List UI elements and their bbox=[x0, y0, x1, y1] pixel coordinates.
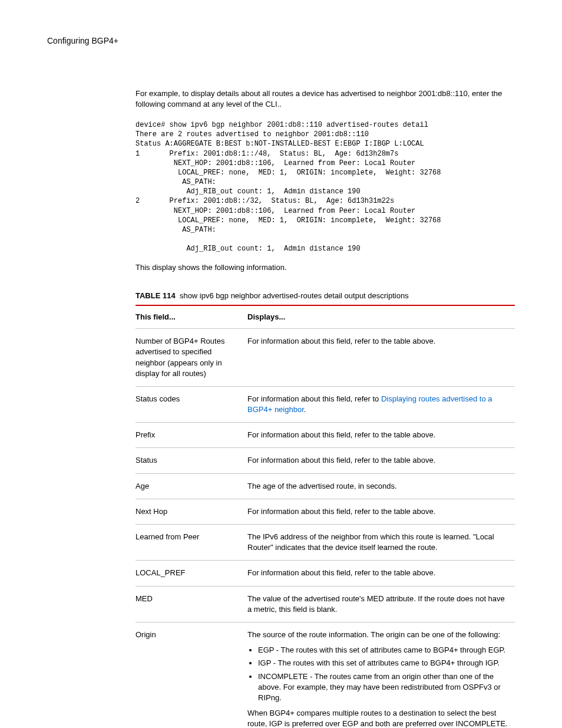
field-desc: For information about this field, refer … bbox=[247, 561, 515, 586]
table-number: TABLE 114 bbox=[135, 291, 176, 300]
field-name: Next Hop bbox=[135, 499, 247, 524]
table-row: Prefix For information about this field,… bbox=[135, 423, 515, 448]
field-name: Number of BGP4+ Routes advertised to spe… bbox=[135, 329, 247, 387]
field-desc: The source of the route information. The… bbox=[247, 622, 515, 728]
table-title: show ipv6 bgp neighbor advertised-routes… bbox=[180, 291, 409, 300]
list-item: EGP - The routes with this set of attrib… bbox=[258, 645, 509, 655]
field-desc: For information about this field, refer … bbox=[247, 329, 515, 387]
list-item: IGP - The routes with this set of attrib… bbox=[258, 658, 509, 668]
origin-note: When BGP4+ compares multiple routes to a… bbox=[247, 708, 509, 728]
field-desc: For information about this field, refer … bbox=[247, 423, 515, 448]
main-content: For example, to display details about al… bbox=[135, 88, 515, 728]
output-descriptions-table: This field... Displays... Number of BGP4… bbox=[135, 305, 515, 728]
field-name: Status bbox=[135, 448, 247, 473]
table-row: MED The value of the advertised route's … bbox=[135, 586, 515, 622]
col-header-displays: Displays... bbox=[247, 305, 515, 329]
table-row: Number of BGP4+ Routes advertised to spe… bbox=[135, 329, 515, 387]
desc-text: For information about this field, refer … bbox=[247, 394, 381, 403]
table-row: Status codes For information about this … bbox=[135, 386, 515, 422]
table-row: Next Hop For information about this fiel… bbox=[135, 499, 515, 524]
field-desc: For information about this field, refer … bbox=[247, 386, 515, 422]
table-row: Learned from Peer The IPv6 address of th… bbox=[135, 525, 515, 561]
after-code-paragraph: This display shows the following informa… bbox=[135, 262, 515, 273]
field-desc: The age of the advertised route, in seco… bbox=[247, 473, 515, 499]
list-item: INCOMPLETE - The routes came from an ori… bbox=[258, 671, 509, 704]
field-name: LOCAL_PREF bbox=[135, 561, 247, 586]
cli-output-block: device# show ipv6 bgp neighbor 2001:db8:… bbox=[135, 120, 515, 254]
field-name: MED bbox=[135, 586, 247, 622]
page-header-title: Configuring BGP4+ bbox=[47, 36, 118, 45]
desc-text: . bbox=[304, 405, 306, 414]
table-caption: TABLE 114 show ipv6 bgp neighbor adverti… bbox=[135, 291, 515, 301]
field-name: Status codes bbox=[135, 386, 247, 422]
field-name: Prefix bbox=[135, 423, 247, 448]
table-row: Age The age of the advertised route, in … bbox=[135, 473, 515, 499]
table-row: LOCAL_PREF For information about this fi… bbox=[135, 561, 515, 586]
page-header: Configuring BGP4+ bbox=[47, 35, 515, 47]
col-header-field: This field... bbox=[135, 305, 247, 329]
field-desc: For information about this field, refer … bbox=[247, 499, 515, 524]
field-desc: The value of the advertised route's MED … bbox=[247, 586, 515, 622]
field-desc: For information about this field, refer … bbox=[247, 448, 515, 473]
field-name: Learned from Peer bbox=[135, 525, 247, 561]
table-header-row: This field... Displays... bbox=[135, 305, 515, 329]
table-row: Origin The source of the route informati… bbox=[135, 622, 515, 728]
field-name: Origin bbox=[135, 622, 247, 728]
field-desc: The IPv6 address of the neighbor from wh… bbox=[247, 525, 515, 561]
origin-list: EGP - The routes with this set of attrib… bbox=[247, 645, 509, 703]
origin-intro: The source of the route information. The… bbox=[247, 630, 509, 640]
table-row: Status For information about this field,… bbox=[135, 448, 515, 473]
intro-paragraph: For example, to display details about al… bbox=[135, 88, 515, 110]
field-name: Age bbox=[135, 473, 247, 499]
